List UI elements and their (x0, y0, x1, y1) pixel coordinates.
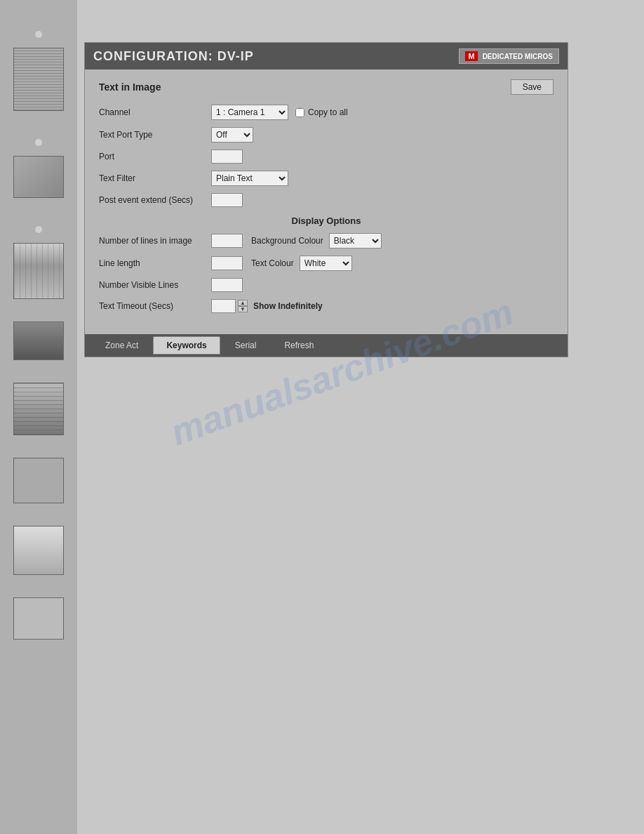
tab-keywords[interactable]: Keywords (153, 336, 220, 355)
section-title: Text in Image (99, 81, 161, 93)
section-title-row: Text in Image Save (99, 79, 554, 95)
sidebar-image-4 (13, 322, 64, 360)
text-filter-label: Text Filter (99, 173, 211, 183)
config-header: CONFIGURATION: DV-IP M DEDICATED MICROS (85, 43, 568, 70)
config-content: Text in Image Save Channel 1 : Camera 1 … (85, 70, 568, 334)
channel-row: Channel 1 : Camera 1 Copy to all (99, 105, 554, 120)
text-port-type-select[interactable]: Off (211, 127, 253, 143)
post-event-row: Post event extend (Secs) 120 (99, 193, 554, 207)
sidebar-image-7 (13, 526, 64, 575)
bg-colour-label: Background Colour (251, 236, 323, 246)
port-row: Port 0 (99, 150, 554, 164)
tab-zone-act[interactable]: Zone Act (92, 336, 152, 355)
line-length-row: Line length 20 Text Colour White (99, 256, 554, 271)
sidebar-dot-2 (35, 139, 42, 146)
post-event-label: Post event extend (Secs) (99, 195, 211, 205)
num-lines-input[interactable]: 1 (211, 234, 243, 248)
num-visible-label: Number Visible Lines (99, 280, 211, 290)
spinner-up-button[interactable]: ▲ (238, 300, 248, 306)
text-timeout-row: Text Timeout (Secs) 0 ▲ ▼ Show Indefinit… (99, 299, 554, 313)
timeout-spinner: 0 ▲ ▼ (211, 299, 248, 313)
line-length-label: Line length (99, 258, 211, 268)
tab-bar: Zone Act Keywords Serial Refresh (85, 334, 568, 357)
num-visible-input[interactable]: 10 (211, 278, 243, 292)
main-content: manualsarchive.com CONFIGURATION: DV-IP … (77, 0, 644, 834)
sidebar-image-6 (13, 458, 64, 503)
channel-label: Channel (99, 107, 211, 117)
num-lines-row: Number of lines in image 1 Background Co… (99, 233, 554, 249)
line-length-input[interactable]: 20 (211, 256, 243, 270)
sidebar-dot-3 (35, 226, 42, 233)
tab-serial[interactable]: Serial (222, 336, 270, 355)
sidebar-dot-1 (35, 31, 42, 38)
sidebar-image-3 (13, 243, 64, 299)
show-indefinitely-label: Show Indefinitely (253, 301, 323, 311)
post-event-input[interactable]: 120 (211, 193, 243, 207)
num-visible-row: Number Visible Lines 10 (99, 278, 554, 292)
brand-logo: M DEDICATED MICROS (459, 48, 559, 64)
text-filter-select[interactable]: Plain Text (211, 171, 288, 186)
timeout-input[interactable]: 0 (211, 299, 236, 313)
sidebar-image-2 (13, 156, 64, 198)
text-filter-row: Text Filter Plain Text (99, 171, 554, 186)
text-port-type-label: Text Port Type (99, 130, 211, 140)
text-colour-label: Text Colour (251, 258, 294, 268)
sidebar-image-1 (13, 48, 64, 111)
display-options-header: Display Options (99, 216, 554, 226)
num-lines-label: Number of lines in image (99, 236, 211, 246)
copy-to-all-label: Copy to all (295, 107, 348, 117)
bg-colour-select[interactable]: Black (329, 233, 382, 249)
port-label: Port (99, 152, 211, 161)
copy-to-all-checkbox[interactable] (295, 108, 304, 117)
channel-select[interactable]: 1 : Camera 1 (211, 105, 288, 120)
save-button[interactable]: Save (511, 79, 554, 95)
spinner-down-button[interactable]: ▼ (238, 306, 248, 312)
text-timeout-label: Text Timeout (Secs) (99, 301, 211, 311)
config-box: CONFIGURATION: DV-IP M DEDICATED MICROS … (84, 42, 568, 357)
text-colour-select[interactable]: White (300, 256, 352, 271)
sidebar-image-5 (13, 383, 64, 435)
tab-refresh[interactable]: Refresh (271, 336, 327, 355)
brand-name: DEDICATED MICROS (483, 53, 553, 60)
brand-icon: M (465, 51, 477, 61)
port-input[interactable]: 0 (211, 150, 243, 164)
sidebar (0, 0, 77, 834)
config-title: CONFIGURATION: DV-IP (93, 49, 254, 64)
text-port-type-row: Text Port Type Off (99, 127, 554, 143)
sidebar-image-8 (13, 597, 64, 640)
